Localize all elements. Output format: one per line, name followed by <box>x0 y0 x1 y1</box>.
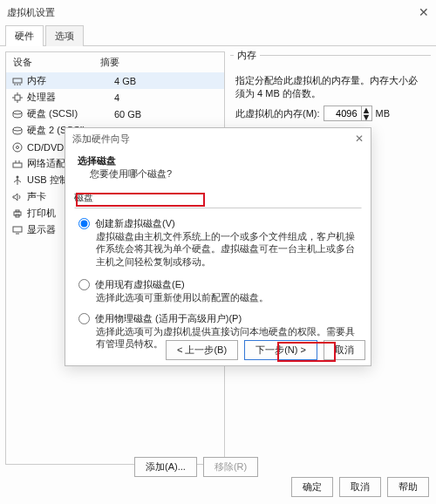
device-summary: 4 GB <box>114 76 219 86</box>
tab-hardware[interactable]: 硬件 <box>5 25 44 46</box>
hardware-list-buttons: 添加(A)... 移除(R) <box>131 457 258 477</box>
svg-rect-21 <box>16 210 19 212</box>
printer-icon <box>11 208 24 219</box>
usb-icon <box>11 175 24 186</box>
svg-rect-4 <box>15 95 20 100</box>
opt-existing-disk-label: 使用现有虚拟磁盘(E) <box>95 278 185 291</box>
ok-button[interactable]: 确定 <box>291 477 333 497</box>
dialog-cancel-button[interactable]: 取消 <box>324 340 365 360</box>
memory-unit: MB <box>376 108 391 119</box>
back-button[interactable]: < 上一步(B) <box>166 340 238 360</box>
col-device: 设备 <box>13 56 100 69</box>
opt-existing-disk-desc: 选择此选项可重新使用以前配置的磁盘。 <box>78 291 358 303</box>
dialog-buttons: < 上一步(B) 下一步(N) > 取消 <box>162 340 365 360</box>
device-name: 处理器 <box>27 91 114 104</box>
footer-buttons: 确定 取消 帮助 <box>288 477 429 497</box>
net-icon <box>11 159 24 169</box>
cancel-button[interactable]: 取消 <box>339 477 381 497</box>
window-close-icon[interactable]: ✕ <box>419 5 429 19</box>
svg-rect-23 <box>13 227 22 232</box>
disk-icon <box>11 109 24 119</box>
memory-desc: 指定分配给此虚拟机的内存量。内存大小必须为 4 MB 的倍数。 <box>230 74 431 100</box>
tab-options[interactable]: 选项 <box>45 25 84 46</box>
spin-down-icon[interactable]: ▼ <box>362 113 371 120</box>
dialog-title: 添加硬件向导 <box>72 133 130 146</box>
help-button[interactable]: 帮助 <box>387 477 429 497</box>
svg-rect-0 <box>13 78 22 83</box>
titlebar: 虚拟机设置 ✕ <box>0 0 436 24</box>
sound-icon <box>11 192 24 202</box>
hardware-list-header: 设备 摘要 <box>6 52 224 72</box>
next-button[interactable]: 下一步(N) > <box>244 340 317 360</box>
svg-point-11 <box>13 143 22 152</box>
device-summary: 4 <box>114 92 219 103</box>
cpu-icon <box>11 92 24 103</box>
memory-input[interactable] <box>324 106 362 121</box>
disk-icon <box>11 126 24 136</box>
svg-rect-13 <box>13 163 22 167</box>
device-name: 内存 <box>27 74 114 87</box>
display-icon <box>11 225 24 235</box>
opt-create-new-disk[interactable]: 创建新虚拟磁盘(V) <box>78 217 358 230</box>
dialog-heading: 选择磁盘 <box>78 154 358 167</box>
tabs: 硬件 选项 <box>0 24 436 46</box>
hardware-row[interactable]: 处理器4 <box>6 89 224 106</box>
cd-icon <box>11 142 24 153</box>
window-title: 虚拟机设置 <box>7 6 55 19</box>
opt-physical-disk[interactable]: 使用物理磁盘 (适用于高级用户)(P) <box>78 312 358 325</box>
svg-line-18 <box>14 180 17 182</box>
svg-point-10 <box>13 127 22 131</box>
opt-existing-disk[interactable]: 使用现有虚拟磁盘(E) <box>78 278 358 291</box>
memory-field-label: 此虚拟机的内存(M): <box>235 107 320 120</box>
dialog-close-icon[interactable]: ✕ <box>355 133 364 145</box>
hardware-row[interactable]: 硬盘 (SCSI)60 GB <box>6 106 224 122</box>
opt-physical-disk-radio[interactable] <box>78 313 90 324</box>
device-summary: 60 GB <box>114 109 219 119</box>
add-hardware-button[interactable]: 添加(A)... <box>134 457 197 477</box>
opt-physical-disk-label: 使用物理磁盘 (适用于高级用户)(P) <box>95 312 242 325</box>
col-summary: 摘要 <box>100 56 119 69</box>
memory-spinner[interactable]: ▲▼ <box>324 106 372 121</box>
disk-group-label: 磁盘 <box>74 192 93 202</box>
svg-line-19 <box>17 180 21 182</box>
opt-existing-disk-radio[interactable] <box>78 279 90 290</box>
device-name: 硬盘 (SCSI) <box>27 107 114 120</box>
opt-create-new-disk-desc: 虚拟磁盘由主机文件系统上的一个或多个文件组成，客户机操作系统会将其视为单个硬盘。… <box>78 230 358 268</box>
opt-create-new-disk-label: 创建新虚拟磁盘(V) <box>95 217 175 230</box>
svg-point-12 <box>17 146 19 148</box>
svg-point-17 <box>17 175 19 178</box>
svg-point-9 <box>13 111 22 114</box>
remove-hardware-button[interactable]: 移除(R) <box>203 457 258 477</box>
add-hardware-wizard-dialog: 添加硬件向导 ✕ 选择磁盘 您要使用哪个磁盘? 磁盘 创建新虚拟磁盘(V) 虚拟… <box>65 127 371 366</box>
memory-group-label: 内存 <box>234 50 260 60</box>
dialog-subheading: 您要使用哪个磁盘? <box>78 167 358 180</box>
memory-icon <box>11 76 24 86</box>
opt-create-new-disk-radio[interactable] <box>78 218 90 229</box>
hardware-row[interactable]: 内存4 GB <box>6 72 224 89</box>
